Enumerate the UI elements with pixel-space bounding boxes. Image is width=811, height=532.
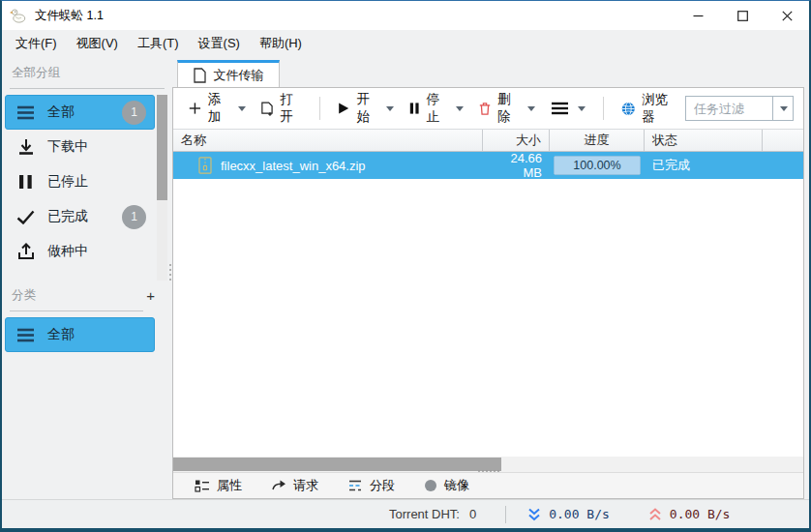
- tab-file-transfer[interactable]: 文件传输: [177, 60, 280, 87]
- pause-icon: [409, 101, 419, 116]
- zip-file-icon: [198, 157, 212, 174]
- tab-properties[interactable]: 属性: [185, 473, 252, 498]
- main-area: 文件传输 添加 打开: [172, 56, 809, 499]
- menu-item-help[interactable]: 帮助(H): [250, 31, 312, 56]
- toolbar-separator: [319, 97, 320, 120]
- upload-speed-value: 0.00 B/s: [670, 507, 731, 521]
- close-button[interactable]: [765, 1, 809, 30]
- count-badge: 1: [122, 101, 146, 125]
- chevron-down-icon[interactable]: [578, 106, 586, 111]
- menu-item-tools[interactable]: 工具(T): [128, 31, 189, 56]
- dht-status: Torrent DHT: 0: [389, 507, 476, 521]
- file-size-cell: 24.66 MB: [483, 152, 550, 179]
- task-filter-combobox: [685, 96, 794, 121]
- double-chevron-up-icon: [648, 508, 662, 521]
- play-icon: [338, 101, 349, 116]
- add-category-button[interactable]: +: [142, 286, 159, 305]
- tab-segments[interactable]: 分段: [338, 473, 405, 498]
- file-name-cell: filecxx_latest_win_x64.zip: [173, 152, 483, 179]
- minimize-icon: [693, 11, 704, 21]
- sidebar-item-seeding[interactable]: 做种中: [5, 234, 155, 269]
- tab-bar: 文件传输: [172, 56, 804, 87]
- filter-dropdown-button[interactable]: [772, 97, 793, 120]
- start-button[interactable]: 开始: [332, 86, 400, 131]
- add-button[interactable]: 添加: [183, 86, 252, 131]
- horizontal-scrollbar-thumb[interactable]: [173, 458, 501, 471]
- tab-request[interactable]: 请求: [261, 473, 328, 498]
- upload-speed-indicator: 0.00 B/s: [648, 507, 731, 521]
- plus-icon: [189, 101, 201, 116]
- category-header-label: 分类: [12, 287, 36, 304]
- horizontal-scrollbar[interactable]: [173, 457, 803, 472]
- tab-label: 文件传输: [214, 67, 264, 84]
- detail-tab-bar: 属性 请求: [173, 472, 803, 498]
- window-title: 文件蜈蚣 1.1: [35, 8, 104, 24]
- stop-button-label: 停止: [426, 91, 447, 126]
- empty-cell: [763, 152, 803, 179]
- download-icon: [16, 138, 35, 157]
- column-header-name[interactable]: 名称: [173, 130, 483, 151]
- sidebar-divider: [10, 88, 165, 89]
- open-button[interactable]: 打开: [255, 86, 309, 131]
- menu-item-settings[interactable]: 设置(S): [189, 31, 250, 56]
- sidebar-item-label: 全部: [47, 103, 75, 121]
- sidebar-item-completed[interactable]: 已完成 1: [5, 199, 155, 234]
- chevron-down-icon[interactable]: [386, 106, 394, 111]
- sidebar: 全部分组 全部 1 下载中: [2, 56, 172, 499]
- category-divider: [10, 310, 143, 311]
- chevron-down-icon[interactable]: [527, 106, 535, 111]
- column-header-progress[interactable]: 进度: [550, 130, 645, 151]
- dht-label: Torrent DHT:: [389, 507, 460, 521]
- globe-icon: [621, 101, 636, 117]
- sidebar-splitter-handle[interactable]: [168, 264, 172, 281]
- sidebar-scrollbar[interactable]: [157, 95, 167, 281]
- menu-item-file[interactable]: 文件(F): [6, 31, 67, 56]
- sidebar-scrollbar-thumb[interactable]: [157, 95, 167, 200]
- category-item-label: 全部: [47, 326, 75, 343]
- category-section-header: 分类 +: [2, 286, 172, 305]
- mirror-circle-icon: [424, 479, 437, 492]
- toolbar-separator: [603, 97, 604, 120]
- tab-properties-label: 属性: [217, 477, 242, 494]
- hamburger-icon: [16, 326, 35, 344]
- add-button-label: 添加: [208, 91, 229, 126]
- column-header-size[interactable]: 大小: [483, 130, 550, 151]
- double-chevron-down-icon: [527, 508, 541, 521]
- menu-item-view[interactable]: 视图(V): [67, 31, 128, 56]
- more-menu-button[interactable]: [545, 97, 591, 120]
- sidebar-item-label: 已完成: [47, 208, 88, 225]
- sidebar-item-downloading[interactable]: 下载中: [5, 130, 155, 164]
- progress-percent-label: 100.00%: [555, 157, 640, 174]
- sidebar-item-label: 下载中: [47, 138, 88, 156]
- chevron-down-icon[interactable]: [456, 106, 464, 111]
- hamburger-menu-icon: [551, 102, 569, 115]
- app-window: 文件蜈蚣 1.1 文件(F) 视图(V) 工具(T) 设置(S) 帮助(H) 全…: [0, 0, 811, 532]
- column-header-status[interactable]: 状态: [645, 130, 763, 151]
- toolbar: 添加 打开 开始: [173, 88, 803, 129]
- tab-mirror[interactable]: 镜像: [414, 473, 479, 498]
- open-button-label: 打开: [280, 91, 302, 126]
- delete-button[interactable]: 删除: [473, 86, 541, 131]
- stop-button[interactable]: 停止: [404, 86, 469, 131]
- count-badge: 1: [122, 205, 146, 229]
- upload-icon: [16, 243, 35, 261]
- segments-icon: [347, 479, 363, 492]
- status-bar: Torrent DHT: 0 0.00 B/s 0.00 B/s: [2, 499, 809, 528]
- browser-button-label: 浏览器: [642, 91, 676, 126]
- category-list: 全部: [2, 317, 172, 352]
- open-file-icon: [261, 101, 274, 117]
- task-filter-input[interactable]: [686, 97, 772, 120]
- category-item-all[interactable]: 全部: [5, 317, 155, 352]
- maximize-button[interactable]: [720, 1, 765, 30]
- sidebar-group-header: 全部分组: [2, 56, 172, 88]
- start-button-label: 开始: [356, 91, 377, 126]
- sidebar-item-stopped[interactable]: 已停止: [5, 164, 155, 199]
- chevron-down-icon[interactable]: [238, 106, 246, 111]
- bottom-splitter-handle[interactable]: [478, 470, 499, 472]
- trash-icon: [479, 101, 491, 117]
- table-row[interactable]: filecxx_latest_win_x64.zip 24.66 MB 100.…: [173, 152, 803, 179]
- dht-value: 0: [469, 507, 476, 521]
- browser-button[interactable]: 浏览器: [616, 86, 681, 131]
- sidebar-item-all[interactable]: 全部 1: [5, 95, 155, 130]
- minimize-button[interactable]: [676, 1, 720, 30]
